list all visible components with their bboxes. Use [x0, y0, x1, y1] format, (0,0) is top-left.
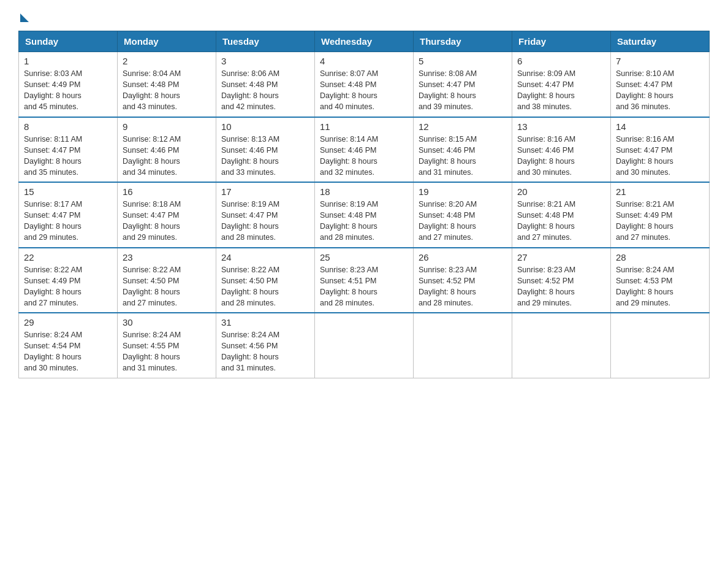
day-info: Sunrise: 8:21 AMSunset: 4:48 PMDaylight:… [517, 199, 605, 243]
day-number: 9 [123, 121, 211, 132]
day-number: 1 [24, 56, 112, 66]
day-info: Sunrise: 8:23 AMSunset: 4:52 PMDaylight:… [419, 264, 507, 309]
header-monday: Monday [118, 31, 216, 52]
calendar-cell: 26Sunrise: 8:23 AMSunset: 4:52 PMDayligh… [414, 248, 512, 313]
day-number: 15 [24, 186, 112, 197]
day-number: 16 [123, 186, 211, 197]
calendar-cell: 19Sunrise: 8:20 AMSunset: 4:48 PMDayligh… [414, 182, 512, 248]
calendar-cell: 14Sunrise: 8:16 AMSunset: 4:47 PMDayligh… [611, 117, 710, 183]
day-number: 2 [123, 56, 211, 66]
day-number: 25 [320, 252, 408, 262]
day-info: Sunrise: 8:08 AMSunset: 4:47 PMDaylight:… [419, 68, 507, 113]
calendar-cell [611, 313, 710, 378]
calendar-cell: 9Sunrise: 8:12 AMSunset: 4:46 PMDaylight… [118, 117, 216, 183]
calendar-cell: 13Sunrise: 8:16 AMSunset: 4:46 PMDayligh… [512, 117, 611, 183]
calendar-cell: 11Sunrise: 8:14 AMSunset: 4:46 PMDayligh… [315, 117, 414, 183]
day-number: 22 [24, 252, 112, 262]
logo [18, 12, 29, 21]
day-number: 21 [616, 186, 704, 197]
calendar-week-row: 22Sunrise: 8:22 AMSunset: 4:49 PMDayligh… [19, 248, 710, 313]
day-info: Sunrise: 8:24 AMSunset: 4:53 PMDaylight:… [616, 264, 704, 309]
day-number: 6 [517, 56, 605, 66]
day-number: 29 [24, 317, 112, 327]
day-info: Sunrise: 8:21 AMSunset: 4:49 PMDaylight:… [616, 199, 704, 243]
calendar-cell: 3Sunrise: 8:06 AMSunset: 4:48 PMDaylight… [216, 52, 315, 117]
calendar-cell: 28Sunrise: 8:24 AMSunset: 4:53 PMDayligh… [611, 248, 710, 313]
logo-arrow-icon [20, 13, 29, 22]
calendar-cell: 24Sunrise: 8:22 AMSunset: 4:50 PMDayligh… [216, 248, 315, 313]
day-number: 20 [517, 186, 605, 197]
day-number: 11 [320, 121, 408, 132]
calendar-week-row: 1Sunrise: 8:03 AMSunset: 4:49 PMDaylight… [19, 52, 710, 117]
calendar-cell: 17Sunrise: 8:19 AMSunset: 4:47 PMDayligh… [216, 182, 315, 248]
calendar-cell [512, 313, 611, 378]
day-number: 19 [419, 186, 507, 197]
calendar-cell: 8Sunrise: 8:11 AMSunset: 4:47 PMDaylight… [19, 117, 118, 183]
day-number: 5 [419, 56, 507, 66]
day-info: Sunrise: 8:14 AMSunset: 4:46 PMDaylight:… [320, 134, 408, 178]
day-info: Sunrise: 8:04 AMSunset: 4:48 PMDaylight:… [123, 68, 211, 113]
day-number: 8 [24, 121, 112, 132]
day-number: 3 [221, 56, 309, 66]
calendar-header-row: SundayMondayTuesdayWednesdayThursdayFrid… [19, 31, 710, 52]
calendar-cell: 1Sunrise: 8:03 AMSunset: 4:49 PMDaylight… [19, 52, 118, 117]
calendar-cell: 15Sunrise: 8:17 AMSunset: 4:47 PMDayligh… [19, 182, 118, 248]
day-number: 13 [517, 121, 605, 132]
calendar-cell: 5Sunrise: 8:08 AMSunset: 4:47 PMDaylight… [414, 52, 512, 117]
calendar-cell: 23Sunrise: 8:22 AMSunset: 4:50 PMDayligh… [118, 248, 216, 313]
calendar-cell: 7Sunrise: 8:10 AMSunset: 4:47 PMDaylight… [611, 52, 710, 117]
day-info: Sunrise: 8:19 AMSunset: 4:47 PMDaylight:… [221, 199, 309, 243]
calendar-cell: 10Sunrise: 8:13 AMSunset: 4:46 PMDayligh… [216, 117, 315, 183]
day-info: Sunrise: 8:23 AMSunset: 4:51 PMDaylight:… [320, 264, 408, 309]
day-number: 30 [123, 317, 211, 327]
calendar-cell: 6Sunrise: 8:09 AMSunset: 4:47 PMDaylight… [512, 52, 611, 117]
calendar-week-row: 15Sunrise: 8:17 AMSunset: 4:47 PMDayligh… [19, 182, 710, 248]
calendar-cell: 2Sunrise: 8:04 AMSunset: 4:48 PMDaylight… [118, 52, 216, 117]
day-info: Sunrise: 8:23 AMSunset: 4:52 PMDaylight:… [517, 264, 605, 309]
calendar-cell: 25Sunrise: 8:23 AMSunset: 4:51 PMDayligh… [315, 248, 414, 313]
day-number: 28 [616, 252, 704, 262]
day-info: Sunrise: 8:24 AMSunset: 4:55 PMDaylight:… [123, 329, 211, 374]
calendar-week-row: 8Sunrise: 8:11 AMSunset: 4:47 PMDaylight… [19, 117, 710, 183]
header-friday: Friday [512, 31, 611, 52]
day-number: 4 [320, 56, 408, 66]
day-number: 27 [517, 252, 605, 262]
header-tuesday: Tuesday [216, 31, 315, 52]
day-number: 31 [221, 317, 309, 327]
header-sunday: Sunday [19, 31, 118, 52]
day-number: 14 [616, 121, 704, 132]
day-info: Sunrise: 8:24 AMSunset: 4:56 PMDaylight:… [221, 329, 309, 374]
calendar-cell: 27Sunrise: 8:23 AMSunset: 4:52 PMDayligh… [512, 248, 611, 313]
day-info: Sunrise: 8:09 AMSunset: 4:47 PMDaylight:… [517, 68, 605, 113]
calendar-cell: 20Sunrise: 8:21 AMSunset: 4:48 PMDayligh… [512, 182, 611, 248]
day-info: Sunrise: 8:22 AMSunset: 4:50 PMDaylight:… [123, 264, 211, 309]
day-number: 10 [221, 121, 309, 132]
day-info: Sunrise: 8:11 AMSunset: 4:47 PMDaylight:… [24, 134, 112, 178]
calendar-cell: 30Sunrise: 8:24 AMSunset: 4:55 PMDayligh… [118, 313, 216, 378]
calendar-cell: 31Sunrise: 8:24 AMSunset: 4:56 PMDayligh… [216, 313, 315, 378]
day-number: 7 [616, 56, 704, 66]
day-info: Sunrise: 8:10 AMSunset: 4:47 PMDaylight:… [616, 68, 704, 113]
day-number: 18 [320, 186, 408, 197]
day-info: Sunrise: 8:03 AMSunset: 4:49 PMDaylight:… [24, 68, 112, 113]
calendar-cell: 21Sunrise: 8:21 AMSunset: 4:49 PMDayligh… [611, 182, 710, 248]
calendar-cell: 18Sunrise: 8:19 AMSunset: 4:48 PMDayligh… [315, 182, 414, 248]
calendar-cell: 29Sunrise: 8:24 AMSunset: 4:54 PMDayligh… [19, 313, 118, 378]
day-number: 17 [221, 186, 309, 197]
day-info: Sunrise: 8:22 AMSunset: 4:49 PMDaylight:… [24, 264, 112, 309]
calendar-cell: 22Sunrise: 8:22 AMSunset: 4:49 PMDayligh… [19, 248, 118, 313]
day-number: 26 [419, 252, 507, 262]
day-info: Sunrise: 8:16 AMSunset: 4:47 PMDaylight:… [616, 134, 704, 178]
day-info: Sunrise: 8:18 AMSunset: 4:47 PMDaylight:… [123, 199, 211, 243]
day-info: Sunrise: 8:13 AMSunset: 4:46 PMDaylight:… [221, 134, 309, 178]
page-header [18, 12, 710, 21]
day-info: Sunrise: 8:15 AMSunset: 4:46 PMDaylight:… [419, 134, 507, 178]
calendar-cell [315, 313, 414, 378]
header-thursday: Thursday [414, 31, 512, 52]
calendar-cell: 12Sunrise: 8:15 AMSunset: 4:46 PMDayligh… [414, 117, 512, 183]
header-saturday: Saturday [611, 31, 710, 52]
calendar-cell: 16Sunrise: 8:18 AMSunset: 4:47 PMDayligh… [118, 182, 216, 248]
day-number: 24 [221, 252, 309, 262]
day-number: 12 [419, 121, 507, 132]
day-info: Sunrise: 8:07 AMSunset: 4:48 PMDaylight:… [320, 68, 408, 113]
